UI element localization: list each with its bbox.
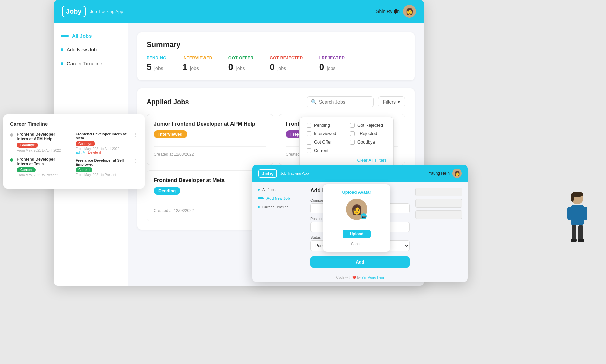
sidebar-all-jobs-label: All Jobs: [72, 33, 92, 39]
filter-checkbox-current[interactable]: [307, 148, 311, 153]
filters-label: Filters: [383, 99, 396, 105]
filter-goodbye[interactable]: Goodbye: [350, 139, 387, 145]
filter-dropdown: Pending Got Rejected Interviewed I Rejec…: [299, 117, 394, 168]
ct-panel-badge-1: Current: [76, 167, 92, 172]
stat-pending-value: 5 jobs: [147, 62, 166, 72]
filter-checkbox-i-rejected[interactable]: [350, 131, 355, 136]
stat-interviewed: INTERVIEWED 1 jobs: [182, 56, 212, 72]
ct-edit-link-0[interactable]: Edit ✎: [76, 151, 85, 154]
stat-got-rejected-value: 0 jobs: [270, 62, 303, 72]
filter-interviewed[interactable]: Interviewed: [307, 131, 343, 136]
upload-button[interactable]: Upload: [343, 230, 371, 238]
stat-got-offer: GOT OFFER 0 jobs: [228, 56, 254, 72]
chevron-down-icon: ▾: [398, 99, 400, 105]
job-date-0: Created at 12/03/2022: [154, 152, 194, 157]
add-job-header: Joby Job Tracking App Yaung Hein 👩: [252, 165, 468, 182]
sidebar-dot-add: [61, 48, 63, 51]
app-subtitle: Job Tracking App: [90, 9, 123, 14]
filter-checkbox-goodbye[interactable]: [350, 140, 355, 145]
filter-pending[interactable]: Pending: [307, 123, 343, 128]
stat-pending: PENDING 5 jobs: [147, 56, 166, 72]
aj-right-fields: [415, 188, 462, 268]
summary-card: Summary PENDING 5 jobs INTERVIEWED 1 jo: [137, 32, 415, 80]
job-card-0: Junior Frontend Developer at APM Help In…: [147, 114, 273, 165]
footer-author[interactable]: Yan Aung Hein: [362, 276, 384, 279]
job-menu-0[interactable]: ⋯: [260, 151, 266, 158]
user-avatar: 👩: [403, 5, 416, 18]
camera-icon: 📷: [361, 213, 367, 219]
ct-content-0: Frontend Developer Intern at APM Help Go…: [17, 132, 64, 152]
filter-got-offer[interactable]: Got Offer: [307, 139, 343, 145]
ct-badge-1: Current: [17, 167, 36, 172]
ct-item-1: Frontend Developer Intern at Tesla Curre…: [10, 157, 72, 177]
ct-menu-1[interactable]: ⋮: [68, 157, 72, 162]
stat-interviewed-label: INTERVIEWED: [182, 56, 212, 60]
filter-checkbox-interviewed[interactable]: [307, 131, 311, 136]
sidebar-item-all-jobs[interactable]: All Jobs: [61, 33, 121, 39]
svg-rect-3: [583, 207, 587, 220]
search-icon: 🔍: [311, 99, 317, 105]
ct-item-0: Frontend Developer Intern at APM Help Go…: [10, 132, 72, 152]
stat-got-rejected-label: GOT REJECTED: [270, 56, 303, 60]
ct-job-title-0: Frontend Developer Intern at APM Help: [17, 132, 64, 141]
ct-content-1: Frontend Developer Intern at Tesla Curre…: [17, 157, 64, 177]
svg-rect-2: [567, 207, 571, 220]
sidebar-timeline-label: Career Timeline: [67, 60, 102, 66]
aj-sidebar-timeline[interactable]: Career Timeline: [258, 205, 305, 209]
ct-panel-menu-0[interactable]: ⋮: [133, 132, 138, 137]
stat-pending-label: PENDING: [147, 56, 166, 60]
sidebar-item-add-new-job[interactable]: Add New Job: [61, 47, 121, 52]
ct-dot-0: [10, 133, 13, 137]
sidebar-item-career-timeline[interactable]: Career Timeline: [61, 60, 121, 66]
ct-panel-date-1: From May, 2021 to Present: [76, 173, 133, 177]
ct-menu-0[interactable]: ⋮: [68, 132, 72, 137]
filter-label-interviewed: Interviewed: [314, 131, 336, 136]
aj-right-input-2: [415, 199, 462, 208]
job-title-0: Junior Frontend Developer at APM Help: [154, 121, 266, 127]
ct-panel-title-0: Frontend Developer Intern at Meta: [76, 132, 133, 140]
upload-cancel-button[interactable]: Cancel: [351, 242, 362, 246]
footer-by: by: [357, 276, 361, 279]
filter-i-rejected[interactable]: I Rejected: [350, 131, 387, 136]
svg-rect-7: [578, 239, 584, 242]
upload-avatar-preview: 👩 📷: [346, 199, 367, 220]
job-badge-0: Interviewed: [154, 130, 187, 138]
sidebar-dot-timeline: [61, 62, 63, 65]
filter-label-pending: Pending: [314, 123, 330, 128]
job-footer-0: Created at 12/03/2022 ⋯: [154, 146, 266, 158]
clear-filters-button[interactable]: Clear All Filters: [307, 158, 387, 163]
filter-got-rejected[interactable]: Got Rejected: [350, 123, 387, 128]
filter-grid: Pending Got Rejected Interviewed I Rejec…: [307, 123, 387, 153]
user-name-label: Shin Ryujin: [376, 9, 400, 14]
filter-checkbox-got-rejected[interactable]: [350, 123, 355, 128]
ct-panel-actions-0: Edit ✎ Delete 🗑: [76, 151, 133, 154]
aj-sidebar-add-job[interactable]: Add New Job: [258, 196, 305, 200]
filter-checkbox-pending[interactable]: [307, 123, 311, 128]
job-badge-2: Pending: [154, 187, 180, 195]
app-header: Joby Job Tracking App Shin Ryujin 👩: [54, 0, 424, 23]
svg-rect-1: [571, 205, 584, 225]
add-job-button[interactable]: Add: [310, 256, 410, 268]
ct-panel-menu-1[interactable]: ⋮: [133, 158, 138, 164]
aj-sidebar-all-label: All Jobs: [262, 188, 276, 192]
heart-icon: ❤️: [352, 276, 357, 279]
stat-i-rejected-label: I REJECTED: [319, 56, 345, 60]
add-job-user: Yaung Hein 👩: [429, 169, 462, 178]
ct-badge-0: Goodbye: [17, 143, 38, 148]
header-right: Shin Ryujin 👩: [376, 5, 416, 18]
job-footer-2: Created at 12/03/2022 ⋯: [154, 203, 266, 214]
filter-checkbox-got-offer[interactable]: [307, 140, 311, 145]
aj-right-input-3: [415, 210, 462, 219]
filter-current[interactable]: Current: [307, 148, 343, 153]
ct-panel-title-1: Freelance Developer at Self Employed: [76, 158, 133, 166]
search-box[interactable]: 🔍: [307, 96, 374, 107]
svg-point-9: [571, 194, 574, 202]
ct-panel-item-1: Freelance Developer at Self Employed Cur…: [76, 158, 138, 177]
filters-button[interactable]: Filters ▾: [378, 96, 405, 107]
search-input[interactable]: [319, 99, 366, 105]
applied-jobs-title: Applied Jobs: [147, 98, 307, 106]
app-logo: Joby: [62, 6, 86, 17]
stat-got-rejected: GOT REJECTED 0 jobs: [270, 56, 303, 72]
ct-delete-link-0[interactable]: Delete 🗑: [88, 151, 102, 154]
aj-sidebar-all-jobs[interactable]: All Jobs: [258, 188, 305, 192]
